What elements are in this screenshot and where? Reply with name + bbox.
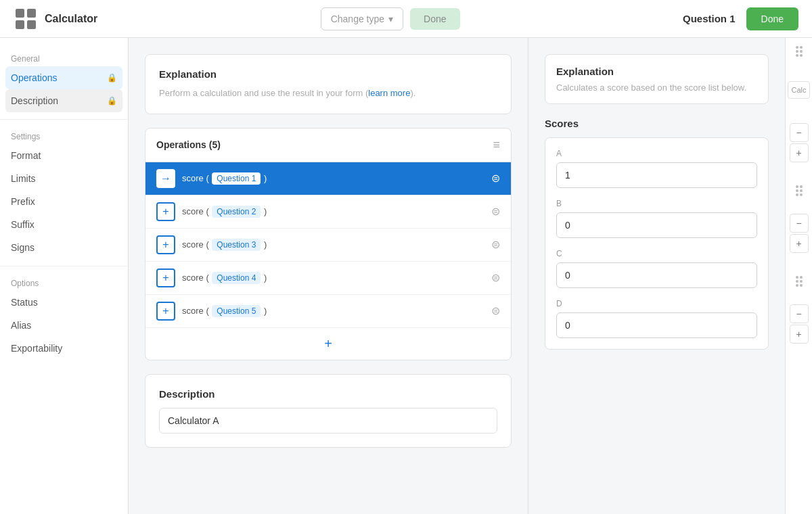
- far-right-controls-2: − +: [790, 214, 809, 253]
- score-field-d: D: [556, 299, 757, 338]
- dot: [800, 50, 803, 53]
- operation-row-3[interactable]: + score ( Question 3 ) ⊜: [145, 229, 511, 262]
- operation-row-4[interactable]: + score ( Question 4 ) ⊜: [145, 262, 511, 295]
- far-right-panel: Calc − + − +: [785, 38, 812, 514]
- dot: [796, 284, 798, 287]
- decrease-button-3[interactable]: −: [790, 304, 809, 323]
- op-label-2: score ( Question 2 ): [182, 206, 484, 218]
- dot: [800, 46, 803, 49]
- op-row-menu-2[interactable]: ⊜: [491, 205, 500, 218]
- learn-more-link[interactable]: learn more: [368, 88, 410, 98]
- dots-row: [796, 280, 803, 283]
- right-panel: Explanation Calculates a score based on …: [528, 38, 785, 514]
- sidebar-item-status[interactable]: Status: [0, 291, 128, 314]
- operations-header: Operations (5) ≡: [145, 128, 511, 162]
- dot: [800, 276, 803, 279]
- score-label-d: D: [556, 299, 757, 308]
- dots-row: [796, 50, 803, 53]
- sidebar-item-description[interactable]: Description 🔒: [5, 89, 122, 112]
- sidebar-item-suffix-label: Suffix: [11, 219, 35, 230]
- op-question-tag-1: Question 1: [212, 172, 261, 185]
- dots-row: [796, 54, 803, 57]
- right-explanation-text: Calculates a score based on the score li…: [556, 83, 757, 93]
- sidebar-item-status-label: Status: [11, 297, 38, 308]
- op-question-tag-3: Question 3: [212, 239, 261, 251]
- done-button[interactable]: Done: [746, 7, 798, 30]
- score-field-a: A: [556, 149, 757, 188]
- sidebar-group-options: Options: [0, 273, 128, 291]
- op-plus-icon-4: +: [156, 268, 175, 287]
- svg-rect-1: [27, 9, 36, 18]
- far-right-dots-top: [796, 43, 803, 57]
- dots-row: [796, 185, 803, 188]
- operation-row-1[interactable]: → score ( Question 1 ) ⊜: [145, 162, 511, 195]
- op-row-menu-3[interactable]: ⊜: [491, 238, 500, 251]
- increase-button-3[interactable]: +: [790, 325, 809, 344]
- increase-button-2[interactable]: +: [790, 234, 809, 253]
- sidebar-item-format-label: Format: [11, 150, 41, 161]
- svg-rect-0: [16, 9, 24, 18]
- sidebar-item-limits[interactable]: Limits: [0, 167, 128, 190]
- app-header: Calculator Change type ▾ Done Question 1…: [0, 0, 812, 38]
- add-operation-button[interactable]: +: [145, 328, 511, 360]
- partial-calc-label: Calc: [788, 81, 809, 99]
- lock-icon-description: 🔒: [107, 96, 117, 106]
- header-left: Calculator: [14, 7, 97, 31]
- decrease-button-1[interactable]: −: [790, 123, 809, 142]
- decrease-button-2[interactable]: −: [790, 214, 809, 233]
- score-input-a[interactable]: [556, 162, 757, 188]
- dot: [800, 189, 803, 192]
- score-input-b[interactable]: [556, 212, 757, 238]
- main-content-area: Explanation Perform a calculation and us…: [129, 38, 528, 514]
- operations-section: Operations (5) ≡ → score ( Question 1 ) …: [145, 128, 512, 360]
- sidebar-item-signs[interactable]: Signs: [0, 236, 128, 259]
- dot: [800, 54, 803, 57]
- dot: [796, 280, 798, 283]
- score-input-d[interactable]: [556, 312, 757, 338]
- op-label-1: score ( Question 1 ): [182, 172, 484, 185]
- sidebar-item-operations[interactable]: Operations 🔒: [5, 66, 122, 89]
- change-type-label: Change type: [331, 14, 384, 24]
- operations-menu-icon[interactable]: ≡: [493, 138, 500, 152]
- sidebar-item-prefix[interactable]: Prefix: [0, 190, 128, 213]
- increase-button-1[interactable]: +: [790, 143, 809, 162]
- description-input[interactable]: [159, 408, 497, 434]
- dot: [796, 54, 798, 57]
- explanation-body: Perform a calculation and use the result…: [159, 87, 497, 100]
- sidebar-item-format[interactable]: Format: [0, 144, 128, 167]
- right-explanation-title: Explanation: [556, 66, 757, 77]
- header-right: Question 1 Done: [683, 7, 798, 30]
- sidebar-item-limits-label: Limits: [11, 173, 36, 184]
- dot: [796, 189, 798, 192]
- score-input-c[interactable]: [556, 262, 757, 288]
- done-disabled-button[interactable]: Done: [410, 8, 459, 30]
- dot: [796, 193, 798, 196]
- sidebar-item-alias[interactable]: Alias: [0, 314, 128, 337]
- op-question-tag-2: Question 2: [212, 206, 261, 218]
- app-title: Calculator: [45, 13, 97, 25]
- change-type-button[interactable]: Change type ▾: [321, 7, 403, 30]
- op-row-menu-4[interactable]: ⊜: [491, 271, 500, 284]
- sidebar-item-exportability-label: Exportability: [11, 343, 62, 354]
- far-right-controls-3: − +: [790, 304, 809, 344]
- sidebar-group-general: General: [0, 49, 128, 66]
- description-section: Description: [145, 374, 512, 448]
- operations-title: Operations (5): [156, 139, 221, 150]
- dot: [800, 284, 803, 287]
- op-row-menu-1[interactable]: ⊜: [491, 172, 500, 185]
- op-label-4: score ( Question 4 ): [182, 272, 484, 284]
- main-layout: General Operations 🔒 Description 🔒 Setti…: [0, 38, 812, 514]
- sidebar-item-signs-label: Signs: [11, 242, 35, 253]
- sidebar-item-suffix[interactable]: Suffix: [0, 213, 128, 236]
- dot: [796, 276, 798, 279]
- score-field-b: B: [556, 199, 757, 238]
- far-right-controls-1: − +: [790, 123, 809, 162]
- dot: [800, 280, 803, 283]
- operation-row-5[interactable]: + score ( Question 5 ) ⊜: [145, 295, 511, 328]
- lock-icon-operations: 🔒: [107, 73, 117, 83]
- header-center: Change type ▾ Done: [321, 7, 460, 30]
- op-row-menu-5[interactable]: ⊜: [491, 304, 500, 317]
- explanation-text-prefix: Perform a calculation and use the result…: [159, 88, 368, 98]
- sidebar-item-exportability[interactable]: Exportability: [0, 337, 128, 360]
- operation-row-2[interactable]: + score ( Question 2 ) ⊜: [145, 195, 511, 229]
